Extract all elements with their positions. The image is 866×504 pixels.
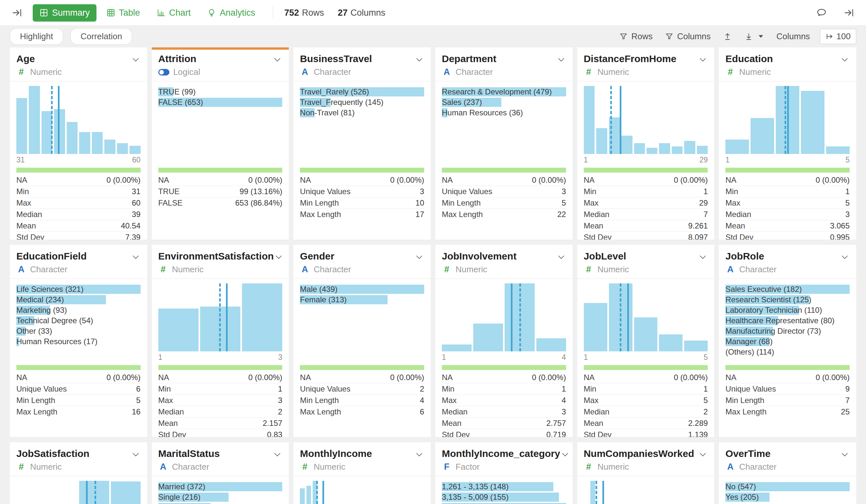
chevron-down-icon[interactable]	[556, 55, 566, 64]
column-card-gender[interactable]: GenderACharacterMale (439)Female (313)NA…	[293, 245, 431, 437]
stat-row: Unique Values2	[300, 383, 424, 395]
card-header: OverTimeACharacter	[719, 447, 856, 476]
column-card-overtime[interactable]: OverTimeACharacterNo (547)Yes (205)	[719, 442, 856, 504]
chevron-down-icon[interactable]	[840, 55, 850, 64]
stat-value: 0 (0.00%)	[815, 176, 850, 185]
stat-value: 60	[132, 198, 141, 208]
chevron-down-icon[interactable]	[698, 252, 708, 262]
axis-max-label: 5	[704, 353, 708, 362]
stat-label: NA	[442, 373, 453, 382]
column-card-jobsatisfaction[interactable]: JobSatisfaction#Numeric	[10, 442, 147, 504]
card-body: Married (372)Single (216)Divorced (164)	[158, 476, 282, 504]
column-card-educationfield[interactable]: EducationFieldACharacterLife Sciences (3…	[10, 245, 147, 437]
analytics-icon	[207, 8, 216, 17]
column-card-department[interactable]: DepartmentACharacterResearch & Developme…	[435, 47, 573, 239]
column-card-joblevel[interactable]: JobLevel#Numeric15NA0 (0.00%)Min1Max5Med…	[577, 245, 714, 437]
chevron-down-icon[interactable]	[414, 449, 424, 459]
stat-row: Std Dev0.719	[442, 429, 566, 437]
stat-value: 8.097	[688, 233, 708, 239]
column-type-label: Numeric	[598, 67, 629, 77]
valid-percent-bar	[16, 365, 141, 370]
card-body: Male (439)Female (313)	[300, 279, 424, 362]
stat-value: 39	[132, 210, 141, 219]
mean-line	[511, 283, 512, 351]
stats-table: NA0 (0.00%)Unique Values9Min Length7Max …	[725, 372, 850, 417]
chevron-down-icon[interactable]	[414, 55, 424, 64]
column-card-maritalstatus[interactable]: MaritalStatusACharacterMarried (372)Sing…	[152, 442, 289, 504]
column-card-education[interactable]: Education#Numeric15NA0 (0.00%)Min1Max5Me…	[719, 47, 856, 239]
collapse-right-panel-button[interactable]	[842, 5, 856, 20]
histogram-bar	[111, 481, 141, 504]
category-label: Female (313)	[300, 295, 347, 304]
correlation-button[interactable]: Correlation	[70, 28, 132, 45]
column-card-jobrole[interactable]: JobRoleACharacterSales Executive (182)Re…	[719, 245, 856, 437]
stat-row: Min Length5	[442, 198, 566, 209]
stat-value: 5	[562, 198, 566, 208]
column-card-attrition[interactable]: AttritionLogicalTRUE (99)FALSE (653)NA0 …	[152, 47, 289, 239]
valid-percent-bar	[725, 168, 850, 172]
histogram	[584, 86, 708, 154]
column-card-age[interactable]: Age#Numeric3160NA0 (0.00%)Min31Max60Medi…	[10, 47, 147, 239]
stat-label: Median	[442, 407, 468, 416]
card-header: JobLevel#Numeric	[577, 249, 714, 279]
stat-row: Std Dev1.139	[584, 429, 708, 437]
numeric-type-icon: #	[442, 265, 452, 275]
chevron-down-icon[interactable]	[131, 449, 141, 459]
filter-rows-button[interactable]: Rows	[618, 30, 654, 43]
column-card-numcompaniesworked[interactable]: NumCompaniesWorked#Numeric	[577, 442, 714, 504]
chevron-down-icon[interactable]	[840, 449, 850, 459]
median-line	[219, 283, 221, 351]
tab-table[interactable]: Table	[100, 4, 147, 22]
column-type-label: Factor	[456, 462, 480, 472]
chevron-down-icon[interactable]	[414, 252, 424, 262]
chevron-down-icon[interactable]	[698, 55, 708, 64]
histogram-axis: 129	[584, 156, 708, 165]
column-card-businesstravel[interactable]: BusinessTravelACharacterTravel_Rarely (5…	[293, 47, 431, 239]
stats-table: NA0 (0.00%)Min1Max29Median7Mean9.261Std …	[584, 175, 708, 239]
category-row: Healthcare Representative (80)	[725, 316, 850, 325]
filter-columns-button[interactable]: Columns	[664, 30, 712, 43]
column-title: JobLevel	[584, 251, 626, 262]
chevron-down-icon[interactable]	[556, 252, 566, 262]
comment-button[interactable]	[814, 5, 829, 20]
stat-label: Min	[584, 187, 597, 196]
column-card-environmentsatisfaction[interactable]: EnvironmentSatisfaction#Numeric13NA0 (0.…	[152, 245, 289, 437]
columns-limit-box[interactable]: 100	[820, 29, 856, 44]
sort-asc-button[interactable]	[722, 31, 733, 42]
chevron-down-icon[interactable]	[273, 55, 282, 64]
column-card-monthlyincome[interactable]: MonthlyIncome#Numeric	[293, 442, 431, 504]
tab-analytics[interactable]: Analytics	[200, 4, 262, 22]
column-card-jobinvolvement[interactable]: JobInvolvement#Numeric14NA0 (0.00%)Min1M…	[435, 245, 573, 437]
mean-line	[86, 481, 88, 504]
chevron-down-icon[interactable]	[560, 449, 570, 459]
stat-row: NA0 (0.00%)	[584, 175, 708, 186]
category-row: No (547)	[725, 482, 850, 491]
stat-row: Max5	[584, 395, 708, 406]
tab-summary[interactable]: Summary	[33, 4, 97, 22]
histogram	[725, 86, 850, 154]
card-body: 15	[725, 81, 850, 165]
chevron-down-icon[interactable]	[131, 252, 141, 262]
column-title: MaritalStatus	[158, 448, 220, 459]
tab-chart[interactable]: Chart	[150, 4, 197, 22]
category-row: 1,261 - 3,135 (148)	[442, 482, 566, 491]
category-label: Manufacturing Director (73)	[725, 326, 821, 336]
column-type: #Numeric	[442, 265, 566, 275]
stat-label: Mean	[16, 221, 36, 231]
column-card-monthlyincome_category[interactable]: MonthlyIncome_categoryFFactor1,261 - 3,1…	[435, 442, 573, 504]
sort-desc-button[interactable]	[743, 31, 767, 42]
stats-table: NA0 (0.00%)Min1Max5Median3Mean3.065Std D…	[725, 175, 850, 239]
chevron-down-icon[interactable]	[273, 449, 282, 459]
stat-label: Max Length	[300, 210, 341, 219]
category-label: Human Resources (17)	[16, 337, 98, 346]
chevron-down-icon[interactable]	[840, 252, 850, 262]
collapse-sidebar-button[interactable]	[10, 5, 24, 20]
highlight-button[interactable]: Highlight	[10, 28, 63, 45]
chevron-down-icon[interactable]	[274, 252, 284, 262]
column-card-distancefromhome[interactable]: DistanceFromHome#Numeric129NA0 (0.00%)Mi…	[577, 47, 714, 239]
stat-row: Mean2.757	[442, 418, 566, 429]
chevron-down-icon[interactable]	[131, 55, 141, 64]
axis-max-label: 29	[700, 156, 708, 165]
stats-table: NA0 (0.00%)Min1Max5Median2Mean2.289Std D…	[584, 372, 708, 437]
chevron-down-icon[interactable]	[698, 449, 708, 459]
